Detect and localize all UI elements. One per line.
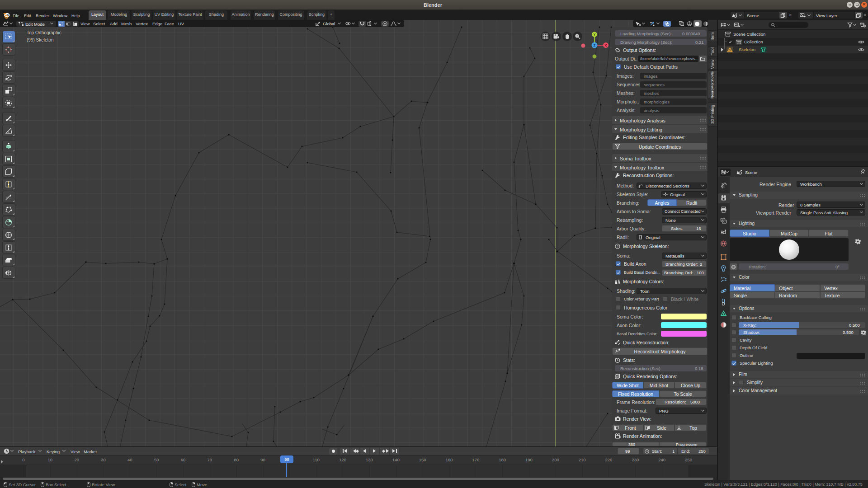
svg-text:Z: Z <box>594 43 596 47</box>
svg-text:X: X <box>604 43 607 47</box>
svg-text:?: ? <box>617 244 618 249</box>
svg-text:Y: Y <box>593 33 596 37</box>
